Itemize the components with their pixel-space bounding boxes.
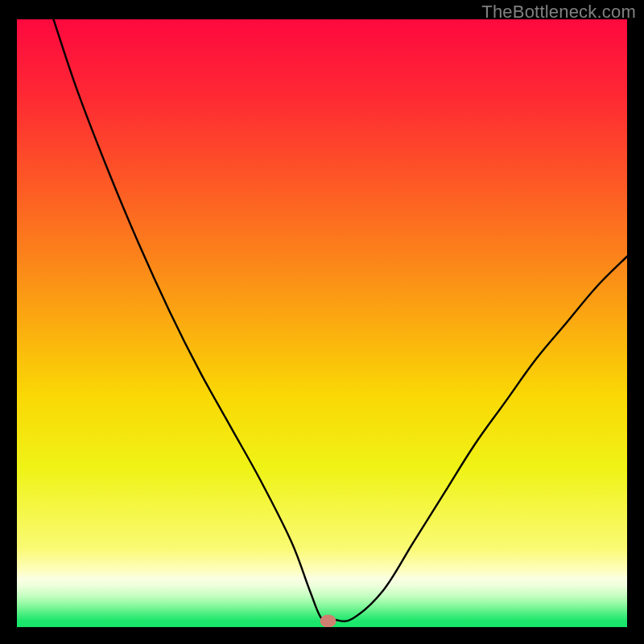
- attribution-label: TheBottleneck.com: [481, 2, 636, 23]
- bottleneck-chart: [17, 19, 627, 627]
- chart-container: TheBottleneck.com: [0, 0, 644, 644]
- gradient-background: [17, 19, 627, 627]
- optimal-point-marker: [320, 614, 336, 627]
- plot-area: [17, 19, 627, 627]
